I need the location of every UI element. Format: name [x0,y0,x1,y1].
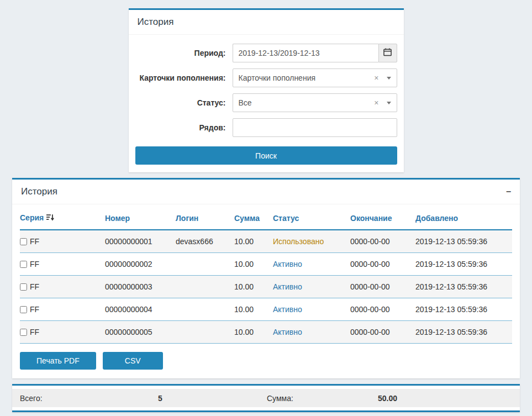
column-header-number[interactable]: Номер [105,207,176,230]
amount-cell: 10.00 [234,253,273,276]
amount-cell: 10.00 [234,230,273,253]
chevron-down-icon [387,77,391,80]
history-table-panel: История − Серия Номер Логин Сумма Статус… [12,178,520,378]
series-cell: FF [30,305,39,314]
total-label: Всего: [20,394,158,403]
series-cell: FF [30,260,39,268]
login-cell [176,321,234,344]
column-header-status[interactable]: Статус [273,207,350,230]
calendar-button[interactable] [378,44,397,62]
search-button[interactable]: Поиск [135,146,397,165]
expires-cell: 0000-00-00 [350,230,415,253]
sort-icon [46,214,54,223]
series-cell: FF [30,237,39,246]
print-pdf-button[interactable]: Печать PDF [20,352,96,370]
added-cell: 2019-12-13 05:59:36 [415,230,512,253]
status-row: Статус: Все × [135,93,397,112]
cards-select[interactable]: Карточки пополнения × [233,69,397,87]
period-row: Период: [135,44,397,62]
row-checkbox[interactable] [20,329,27,336]
amount-cell: 10.00 [234,321,273,344]
period-label: Период: [135,44,226,62]
status-label: Статус: [135,93,226,112]
expires-cell: 0000-00-00 [350,321,415,344]
row-checkbox[interactable] [20,283,27,291]
table-row: FF 00000000002 10.00 Активно 0000-00-00 … [20,253,512,276]
table-actions: Печать PDF CSV [12,344,520,378]
sum-value: 50.00 [333,394,397,403]
clear-icon[interactable]: × [374,99,378,107]
login-cell [176,298,234,321]
number-cell: 00000000003 [105,276,176,298]
amount-cell: 10.00 [234,298,273,321]
added-cell: 2019-12-13 05:59:36 [415,253,512,276]
status-badge: Активно [273,305,302,314]
rows-input[interactable] [233,118,397,137]
filter-panel-title: История [138,17,174,28]
sum-label: Сумма: [267,394,333,403]
table-row: FF 00000000001 devasx666 10.00 Использов… [20,230,512,253]
table-header-row: Серия Номер Логин Сумма Статус Окончание… [20,207,512,230]
cards-row: Карточки пополнения: Карточки пополнения… [135,69,397,87]
status-select-value: Все [239,98,375,107]
status-select[interactable]: Все × [233,93,397,112]
column-header-expires[interactable]: Окончание [350,207,415,230]
column-header-amount[interactable]: Сумма [234,207,273,230]
column-header-login[interactable]: Логин [176,207,234,230]
number-cell: 00000000004 [105,298,176,321]
added-cell: 2019-12-13 05:59:36 [415,276,512,298]
number-cell: 00000000001 [105,230,176,253]
cards-label: Карточки пополнения: [135,69,226,87]
table-panel-title: История [21,186,57,197]
series-cell: FF [30,282,39,291]
expires-cell: 0000-00-00 [350,276,415,298]
column-header-added[interactable]: Добавлено [415,207,512,230]
table-row: FF 00000000004 10.00 Активно 0000-00-00 … [20,298,512,321]
filter-form: Период: [129,35,404,172]
status-badge: Активно [273,328,302,336]
history-table: Серия Номер Логин Сумма Статус Окончание… [20,207,512,344]
amount-cell: 10.00 [234,276,273,298]
total-value: 5 [158,394,267,403]
calendar-icon [383,48,392,58]
table-panel-header: История − [12,180,520,204]
added-cell: 2019-12-13 05:59:36 [415,298,512,321]
number-cell: 00000000005 [105,321,176,344]
table-row: FF 00000000003 10.00 Активно 0000-00-00 … [20,276,512,298]
series-cell: FF [30,328,39,336]
added-cell: 2019-12-13 05:59:36 [415,321,512,344]
collapse-button[interactable]: − [506,187,511,196]
filter-panel-header: История [129,10,404,35]
login-cell [176,276,234,298]
clear-icon[interactable]: × [374,74,378,82]
row-checkbox[interactable] [20,238,27,245]
cards-select-value: Карточки пополнения [239,73,375,82]
summary-row: Всего: 5 Сумма: 50.00 [12,389,520,407]
status-badge: Использовано [273,237,324,246]
chevron-down-icon [387,102,391,104]
csv-button[interactable]: CSV [103,352,163,370]
summary-panel: Всего: 5 Сумма: 50.00 [12,384,520,412]
expires-cell: 0000-00-00 [350,298,415,321]
number-cell: 00000000002 [105,253,176,276]
filter-panel: История Период: [129,8,404,172]
expires-cell: 0000-00-00 [350,253,415,276]
login-cell [176,253,234,276]
row-checkbox[interactable] [20,306,27,313]
rows-row: Рядов: [135,118,397,137]
row-checkbox[interactable] [20,261,27,268]
login-cell: devasx666 [176,230,234,253]
column-header-series[interactable]: Серия [20,207,105,230]
rows-label: Рядов: [135,118,226,137]
period-input[interactable] [233,44,378,62]
table-row: FF 00000000005 10.00 Активно 0000-00-00 … [20,321,512,344]
status-badge: Активно [273,260,302,268]
status-badge: Активно [273,282,302,291]
